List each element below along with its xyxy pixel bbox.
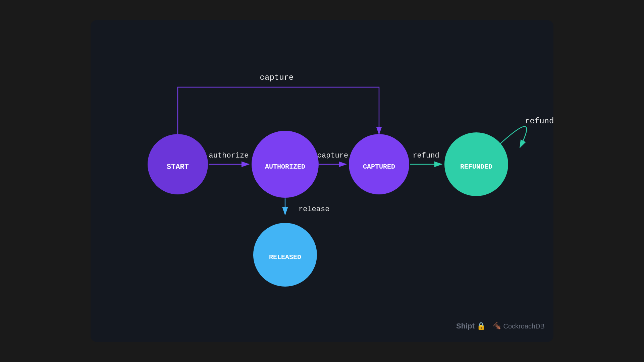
- state-diagram: capture authorize capture refund release…: [91, 20, 553, 342]
- edge-refund-label: refund: [413, 152, 439, 160]
- edge-capture-arc-label: capture: [260, 73, 294, 82]
- node-refunded-label: REFUNDED: [460, 163, 492, 171]
- edge-capture-arc: [178, 87, 379, 134]
- edge-release-label: release: [299, 205, 329, 214]
- node-released-label: RELEASED: [269, 253, 301, 261]
- node-authorized-label: AUTHORIZED: [265, 163, 305, 171]
- edge-refund-self: [500, 126, 527, 147]
- node-start-label: START: [167, 163, 189, 171]
- edge-authorize-label: authorize: [209, 152, 249, 160]
- edge-refund-self-label: refund: [525, 117, 553, 126]
- brand-cockroach: 🪳 CockroachDB: [493, 322, 545, 330]
- slide: capture authorize capture refund release…: [91, 20, 553, 342]
- edge-capture-label: capture: [317, 152, 348, 160]
- node-captured-label: CAPTURED: [363, 163, 395, 171]
- brand-shipt: Shipt 🔒: [456, 321, 486, 330]
